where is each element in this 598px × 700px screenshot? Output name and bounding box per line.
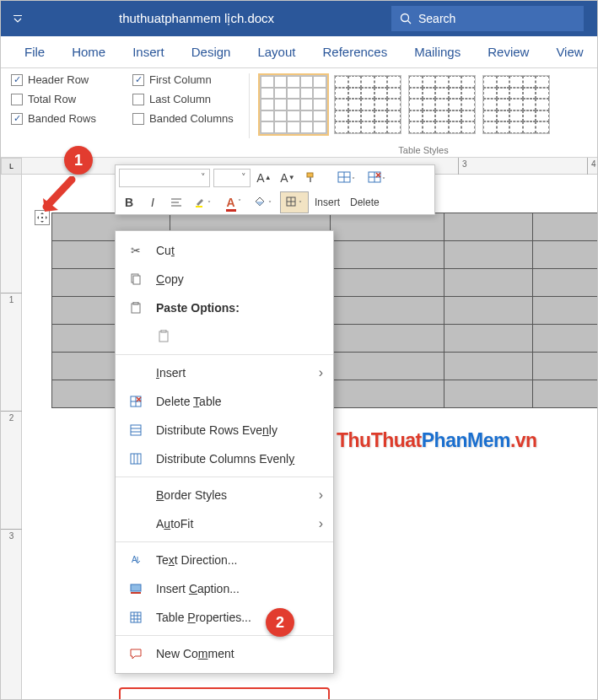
clipboard-icon <box>156 330 173 343</box>
svg-text:˅: ˅ <box>268 200 272 207</box>
table-styles-label: Table Styles <box>250 145 597 155</box>
ctx-delete-table[interactable]: Delete Table <box>116 387 333 416</box>
svg-rect-3 <box>307 173 313 177</box>
ctx-table-properties-label: Table Properties... <box>156 611 251 624</box>
ctx-delete-table-label: Delete Table <box>156 395 222 408</box>
ctx-insert-caption[interactable]: Insert Caption... <box>116 574 333 603</box>
align-icon[interactable] <box>166 192 186 213</box>
svg-text:˅: ˅ <box>382 176 385 184</box>
shading-icon[interactable]: ˅ <box>251 192 277 213</box>
highlight-icon[interactable]: ˅ <box>190 192 217 213</box>
tab-file[interactable]: File <box>11 38 58 67</box>
svg-text:˅: ˅ <box>207 200 211 207</box>
ctx-autofit[interactable]: AutoFit <box>116 509 333 538</box>
dist-cols-icon <box>127 453 144 465</box>
svg-text:˅: ˅ <box>299 200 302 207</box>
tab-mailings[interactable]: Mailings <box>401 38 474 67</box>
ctx-text-direction[interactable]: A Text Direction... <box>116 546 333 574</box>
ctx-paste-options-label: Paste Options: <box>156 301 240 315</box>
table-style-plain-2[interactable] <box>408 75 476 134</box>
insert-cells-button[interactable]: ˅ <box>333 168 360 188</box>
text-direction-icon: A <box>127 554 144 566</box>
tab-view[interactable]: View <box>542 38 596 67</box>
ctx-text-direction-label: Text Direction... <box>156 553 238 567</box>
ruler-mark: 3 <box>1 529 22 541</box>
ctx-table-properties[interactable]: Table Properties... <box>116 603 333 632</box>
tab-insert[interactable]: Insert <box>119 38 178 67</box>
header-row-checkbox[interactable]: Header Row <box>11 73 112 86</box>
font-size-combo[interactable]: ˅ <box>213 169 251 187</box>
ctx-new-comment-label: New Comment <box>156 647 234 660</box>
banded-rows-checkbox[interactable]: Banded Rows <box>11 112 112 125</box>
svg-text:˅: ˅ <box>352 176 355 184</box>
tab-references[interactable]: References <box>309 38 401 67</box>
callout-badge-2: 2 <box>266 608 294 637</box>
tab-layout[interactable]: Layout <box>244 38 309 67</box>
delete-table-icon <box>127 396 144 407</box>
ctx-dist-cols-label: Distribute Columns Evenly <box>156 452 294 466</box>
ctx-copy-label: Copy <box>156 272 184 286</box>
first-column-label: First Column <box>149 73 212 86</box>
svg-text:A: A <box>132 555 137 564</box>
ruler-corner[interactable]: L <box>1 158 22 175</box>
table-style-grid[interactable] <box>260 75 327 134</box>
ruler-mark: 3 <box>458 158 467 175</box>
cut-icon: ✂ <box>127 244 144 257</box>
total-row-checkbox[interactable]: Total Row <box>11 93 112 105</box>
ctx-border-styles[interactable]: Border Styles <box>116 481 333 509</box>
table-style-options-group-2: First Column Last Column Banded Columns <box>122 68 249 157</box>
ctx-border-styles-label: Border Styles <box>156 488 227 502</box>
svg-rect-28 <box>133 302 138 304</box>
svg-line-2 <box>408 21 412 24</box>
banded-columns-checkbox[interactable]: Banded Columns <box>132 112 239 125</box>
ctx-separator <box>116 541 333 542</box>
callout-badge-1: 1 <box>64 146 93 175</box>
delete-cells-button[interactable]: ˅ <box>364 168 391 188</box>
ctx-autofit-label: AutoFit <box>156 517 193 530</box>
table-style-options-group: Header Row Total Row Banded Rows <box>1 68 122 157</box>
tab-design[interactable]: Design <box>178 38 245 67</box>
watermark-part1: ThuThuat <box>337 429 422 451</box>
first-column-checkbox[interactable]: First Column <box>132 73 239 86</box>
ruler-mark: 4 <box>587 158 596 175</box>
table-style-plain-3[interactable] <box>482 75 550 134</box>
ctx-copy[interactable]: Copy <box>116 265 333 293</box>
dist-rows-icon <box>127 424 144 436</box>
table-styles-group: Table Styles <box>250 68 597 157</box>
shrink-font-icon[interactable]: A▼ <box>277 168 298 188</box>
tab-review[interactable]: Review <box>474 38 542 67</box>
callout-arrow-icon <box>41 176 78 213</box>
ruler-mark: 2 <box>1 411 22 423</box>
ctx-new-comment[interactable]: New Comment <box>116 639 333 668</box>
font-color-icon[interactable]: A ˅ <box>220 192 247 213</box>
tab-home[interactable]: Home <box>58 38 119 67</box>
ctx-dist-cols[interactable]: Distribute Columns Evenly <box>116 444 333 473</box>
svg-rect-29 <box>159 331 168 342</box>
ctx-paste-option-1[interactable] <box>116 322 333 351</box>
callout-highlight-box <box>119 687 330 700</box>
ctx-dist-rows-label: Distribute Rows Evenly <box>156 423 277 437</box>
qat-customize-button[interactable] <box>1 1 35 36</box>
grow-font-icon[interactable]: A▲ <box>254 168 274 188</box>
ctx-separator <box>116 635 333 636</box>
ctx-paste-options: Paste Options: <box>116 293 333 322</box>
ruler-mark: 1 <box>1 293 22 304</box>
vertical-ruler[interactable]: 1 2 3 <box>1 175 22 700</box>
ctx-cut-label: Cut <box>156 244 175 257</box>
last-column-checkbox[interactable]: Last Column <box>132 93 239 105</box>
header-row-label: Header Row <box>28 73 89 86</box>
borders-icon[interactable]: ˅ <box>281 192 308 213</box>
watermark-part2: PhanMem <box>422 429 510 451</box>
bold-icon[interactable]: B <box>119 192 139 213</box>
table-style-plain-1[interactable] <box>334 75 401 134</box>
mini-toolbar: ˅ ˅ A▲ A▼ ˅ ˅ B I ˅ A <box>115 164 435 215</box>
ctx-cut[interactable]: ✂ Cut <box>116 236 333 265</box>
ctx-insert[interactable]: Insert <box>116 358 333 387</box>
font-name-combo[interactable]: ˅ <box>119 169 210 187</box>
format-painter-icon[interactable] <box>301 168 321 188</box>
search-box[interactable]: Search <box>391 6 584 31</box>
banded-columns-label: Banded Columns <box>149 112 234 125</box>
italic-icon[interactable]: I <box>143 192 163 213</box>
ctx-dist-rows[interactable]: Distribute Rows Evenly <box>116 416 333 444</box>
document-workspace: L 3 4 1 2 3 ˅ ˅ A▲ A▼ <box>1 158 597 700</box>
